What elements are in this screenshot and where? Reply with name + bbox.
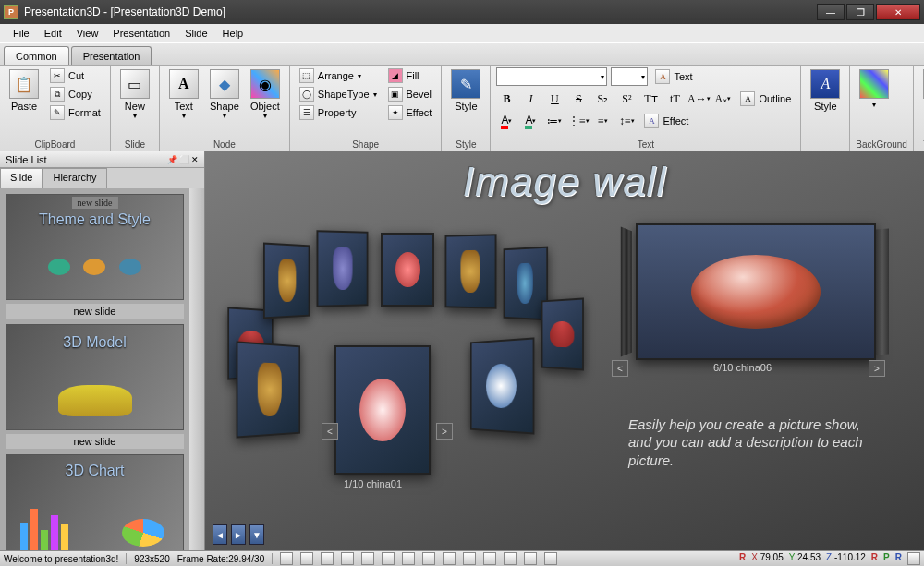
- shapetype-button[interactable]: ◯ShapeType▾: [296, 86, 381, 102]
- text-a-icon: A: [655, 69, 670, 84]
- status-tool-4-icon[interactable]: [341, 552, 354, 565]
- slide-thumbnails[interactable]: new slide Theme and Style new slide 3D M…: [0, 188, 189, 550]
- case-button[interactable]: tT: [664, 90, 685, 108]
- status-tool-1-icon[interactable]: [280, 552, 293, 565]
- panel-float-icon[interactable]: ⬜: [179, 155, 189, 164]
- numbering-button[interactable]: ⋮≡▾: [568, 112, 589, 130]
- text-style-button[interactable]: AText: [651, 68, 696, 85]
- background-button[interactable]: ▾: [856, 67, 893, 111]
- menu-slide[interactable]: Slide: [177, 26, 214, 41]
- bevel-icon: ▣: [388, 87, 403, 102]
- superscript-button[interactable]: S²: [616, 90, 637, 108]
- copy-button[interactable]: ⧉Copy: [46, 86, 104, 102]
- slide-thumb-2[interactable]: 3D Model: [6, 324, 184, 430]
- carousel-stack-right: [876, 228, 889, 355]
- status-tool-13-icon[interactable]: [524, 552, 537, 565]
- status-tool-9-icon[interactable]: [443, 552, 456, 565]
- bullets-button[interactable]: ≔▾: [544, 112, 565, 130]
- arrange-button[interactable]: ⬚Arrange▾: [296, 67, 381, 84]
- panel-close-icon[interactable]: ✕: [191, 155, 199, 164]
- clear-format-button[interactable]: Aₓ▾: [712, 90, 733, 108]
- ribbon-group-textstyle: AStyle: [801, 66, 850, 151]
- status-welcome: Welcome to presentation3d!: [4, 554, 118, 564]
- slide-thumb-3[interactable]: 3D Chart: [6, 454, 184, 550]
- minimize-button[interactable]: —: [817, 4, 845, 20]
- outline-button[interactable]: AOutline: [736, 90, 795, 107]
- fill-button[interactable]: ◢Fill: [384, 67, 436, 84]
- menu-edit[interactable]: Edit: [37, 26, 69, 41]
- tab-slide[interactable]: Slide: [0, 168, 43, 188]
- shape-effect-button[interactable]: ✦Effect: [384, 104, 436, 121]
- status-tool-7-icon[interactable]: [402, 552, 415, 565]
- status-tool-11-icon[interactable]: [483, 552, 496, 565]
- font-color-button[interactable]: A▾: [496, 112, 517, 130]
- ribbon-group-shape: ⬚Arrange▾ ◯ShapeType▾ ☰Property ◢Fill ▣B…: [290, 66, 443, 151]
- status-tool-3-icon[interactable]: [321, 552, 334, 565]
- status-tool-14-icon[interactable]: [544, 552, 557, 565]
- text-style2-button[interactable]: AStyle: [807, 67, 844, 114]
- menu-bar: File Edit View Presentation Slide Help: [0, 24, 924, 42]
- image-carousel-main: [636, 223, 876, 360]
- font-size-combo[interactable]: [611, 67, 648, 86]
- next-image-button[interactable]: >: [436, 423, 453, 440]
- highlight-button[interactable]: A▾: [520, 112, 541, 130]
- new-slide-button[interactable]: ▭New▾: [116, 67, 153, 122]
- theme-button[interactable]: 🎨: [919, 67, 924, 102]
- status-tool-2-icon[interactable]: [300, 552, 313, 565]
- tab-presentation[interactable]: Presentation: [71, 46, 152, 65]
- tab-common[interactable]: Common: [4, 46, 69, 65]
- menu-help[interactable]: Help: [215, 26, 251, 41]
- menu-view[interactable]: View: [69, 26, 106, 41]
- smallcaps-button[interactable]: Tᴛ: [640, 90, 661, 108]
- image-card: [237, 341, 300, 438]
- status-tool-12-icon[interactable]: [504, 552, 517, 565]
- text-node-button[interactable]: AText▾: [165, 67, 202, 122]
- text-effect-button[interactable]: AEffect: [640, 113, 692, 129]
- font-family-combo[interactable]: [496, 67, 607, 86]
- slide-thumb-1[interactable]: new slide Theme and Style: [6, 194, 184, 300]
- status-tool-6-icon[interactable]: [382, 552, 395, 565]
- clipboard-group-label: ClipBoard: [6, 138, 104, 151]
- slide-canvas[interactable]: Image wall < > 1/10 china01 < > 6/10 chi…: [205, 151, 924, 550]
- style-button[interactable]: ✎Style: [447, 67, 484, 114]
- status-tool-5-icon[interactable]: [361, 552, 374, 565]
- text-effect-icon: A: [644, 114, 659, 128]
- status-end-icon[interactable]: [907, 552, 920, 565]
- close-button[interactable]: ✕: [876, 4, 920, 20]
- spacing-button[interactable]: A↔▾: [688, 90, 709, 108]
- status-tool-10-icon[interactable]: [463, 552, 476, 565]
- maximize-button[interactable]: ❐: [846, 4, 874, 20]
- italic-button[interactable]: I: [520, 90, 541, 108]
- menu-file[interactable]: File: [6, 26, 37, 41]
- strike-button[interactable]: S: [568, 90, 589, 108]
- line-spacing-button[interactable]: ↕≡▾: [616, 112, 637, 130]
- carousel-next-button[interactable]: >: [869, 360, 885, 377]
- canvas-down-button[interactable]: ▼: [249, 524, 264, 545]
- object-node-button[interactable]: ◉Object▾: [247, 67, 284, 122]
- image-caption-2: 6/10 china06: [713, 362, 772, 373]
- shape-icon: ◆: [210, 69, 239, 99]
- paste-button[interactable]: 📋Paste: [6, 67, 43, 114]
- underline-button[interactable]: U: [544, 90, 565, 108]
- prev-image-button[interactable]: <: [322, 423, 338, 440]
- cut-button[interactable]: ✂Cut: [46, 67, 104, 84]
- bold-button[interactable]: B: [496, 90, 517, 108]
- slide-list-scrollbar[interactable]: [189, 188, 204, 550]
- status-tool-8-icon[interactable]: [422, 552, 435, 565]
- menu-presentation[interactable]: Presentation: [105, 26, 177, 41]
- tab-hierarchy[interactable]: Hierarchy: [43, 168, 106, 188]
- align-left-button[interactable]: ≡▾: [592, 112, 613, 130]
- carousel-prev-button[interactable]: <: [612, 360, 628, 377]
- bevel-button[interactable]: ▣Bevel: [384, 86, 436, 102]
- image-card: [263, 242, 310, 319]
- canvas-prev-button[interactable]: ◄: [213, 524, 227, 545]
- subscript-button[interactable]: S₂: [592, 90, 613, 108]
- slide-label-1: new slide: [6, 304, 184, 319]
- status-coords: R X 79.05 Y 24.53 Z -110.12 R P R: [739, 552, 920, 565]
- format-button[interactable]: ✎Format: [46, 104, 104, 121]
- panel-pin-icon[interactable]: 📌: [167, 155, 177, 164]
- shape-node-button[interactable]: ◆Shape▾: [206, 67, 243, 122]
- ribbon: 📋Paste ✂Cut ⧉Copy ✎Format ClipBoard ▭New…: [0, 65, 924, 151]
- property-button[interactable]: ☰Property: [296, 104, 381, 121]
- canvas-next-button[interactable]: ►: [231, 524, 246, 545]
